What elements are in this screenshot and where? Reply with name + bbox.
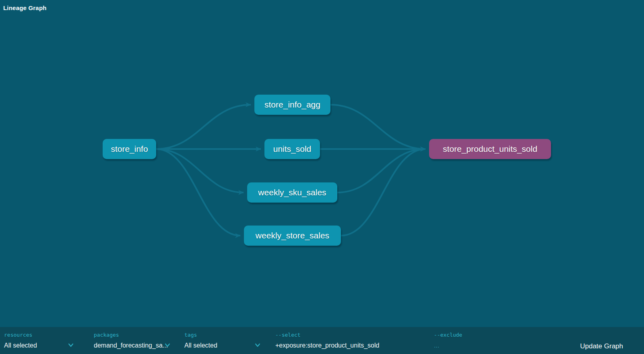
edge-weekly_store_sales-to-store_product_units_sold: [341, 149, 425, 236]
filter-resources-label: resources: [4, 332, 74, 338]
edge-store_info-to-store_info_agg: [156, 105, 251, 149]
filter-resources: resources All selected: [4, 327, 74, 354]
resources-dropdown[interactable]: All selected: [4, 341, 74, 350]
graph-filter-toolbar: resources All selected packages demand_f…: [0, 327, 644, 354]
select-input[interactable]: +exposure:store_product_units_sold: [275, 341, 408, 350]
filter-select: --select +exposure:store_product_units_s…: [275, 327, 408, 354]
edge-store_info-to-weekly_sku_sales: [156, 149, 244, 193]
lineage-edges-layer: [0, 0, 644, 327]
chevron-down-icon: [165, 343, 170, 347]
edge-store_info-to-weekly_store_sales: [156, 149, 240, 236]
chevron-down-icon: [68, 343, 74, 347]
filter-tags: tags All selected: [184, 327, 260, 354]
graph-node-store_info_agg[interactable]: store_info_agg: [254, 95, 330, 115]
filter-packages-label: packages: [94, 332, 174, 338]
tags-dropdown-value: All selected: [184, 342, 217, 349]
graph-node-store_info[interactable]: store_info: [103, 139, 156, 159]
filter-exclude: --exclude ...: [434, 327, 498, 354]
chevron-down-icon: [255, 343, 260, 347]
page-title: Lineage Graph: [3, 4, 47, 11]
tags-dropdown[interactable]: All selected: [184, 341, 260, 350]
packages-dropdown[interactable]: demand_forecasting_sa...: [94, 341, 174, 350]
filter-select-label: --select: [275, 332, 408, 338]
graph-node-weekly_store_sales[interactable]: weekly_store_sales: [244, 226, 341, 246]
dbt-docs-lineage-app: Lineage Graph store_infostore_info_aggun…: [0, 0, 644, 354]
graph-node-units_sold[interactable]: units_sold: [264, 139, 320, 159]
graph-node-store_product_units_sold[interactable]: store_product_units_sold: [429, 139, 551, 159]
edge-store_info_agg-to-store_product_units_sold: [330, 105, 425, 149]
select-input-value: +exposure:store_product_units_sold: [275, 342, 379, 349]
exclude-input-value: ...: [434, 342, 439, 349]
filter-exclude-label: --exclude: [434, 332, 498, 338]
edge-weekly_sku_sales-to-store_product_units_sold: [337, 149, 425, 193]
filter-tags-label: tags: [184, 332, 260, 338]
graph-node-weekly_sku_sales[interactable]: weekly_sku_sales: [247, 182, 337, 203]
resources-dropdown-value: All selected: [4, 342, 37, 349]
filter-packages: packages demand_forecasting_sa...: [94, 327, 174, 354]
update-graph-button[interactable]: Update Graph: [576, 341, 627, 352]
exclude-input[interactable]: ...: [434, 341, 498, 350]
lineage-canvas[interactable]: store_infostore_info_aggunits_soldweekly…: [0, 0, 644, 327]
packages-dropdown-value: demand_forecasting_sa...: [94, 342, 168, 349]
